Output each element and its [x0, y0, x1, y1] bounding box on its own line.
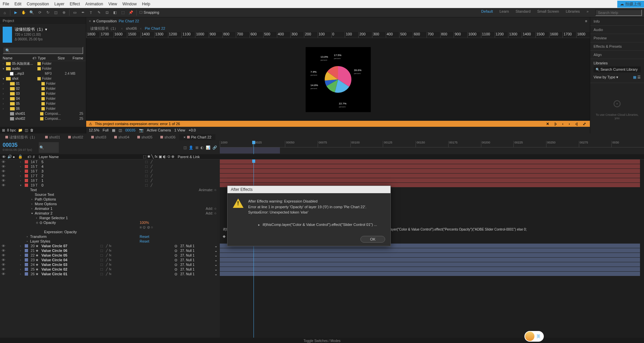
layer-row[interactable]: 👁›21★Value Circle 06⬚ ╱ fx⊙27. Null 1⌄ — [0, 248, 220, 253]
workspace-default[interactable]: Default — [481, 9, 493, 16]
library-search-input[interactable]: 🔍 Search Current Library — [594, 66, 641, 72]
layer-row[interactable]: 👁›16T3⬚ ╱ — [0, 169, 220, 174]
motion-blur-icon[interactable]: ◐ — [200, 145, 204, 150]
audio-panel[interactable]: Audio — [590, 26, 644, 34]
grid-view-icon[interactable]: ▦ — [633, 75, 636, 79]
error-last-icon[interactable]: ›| — [574, 122, 579, 126]
timeline-tab[interactable]: shot04 — [110, 134, 133, 140]
frame-blend-icon[interactable]: ⊞ — [195, 145, 198, 150]
interpret-icon[interactable]: ⊞ — [2, 128, 5, 132]
timeline-tab[interactable]: shot06 — [156, 134, 179, 140]
menu-window[interactable]: Window — [122, 2, 137, 6]
layer-row[interactable]: 👁›26★Value Circle 01⬚ ╱ fx⊙27. Null 1⌄ — [0, 272, 220, 276]
layer-row[interactable]: 👁›23★Value Circle 04⬚ ╱ fx⊙27. Null 1⌄ — [0, 258, 220, 262]
marker-icon[interactable]: 🔗 — [212, 145, 217, 150]
roto-tool-icon[interactable]: ⬚ — [120, 10, 126, 15]
timeline-tab[interactable]: shot01 — [41, 134, 64, 140]
hand-tool-icon[interactable]: ✋ — [21, 10, 26, 15]
camera-tool-icon[interactable]: ◫ — [53, 10, 58, 15]
text-tool-icon[interactable]: T — [88, 10, 94, 15]
property-row[interactable]: Expression: Opacity — [0, 230, 220, 234]
effects-panel[interactable]: Effects & Presets — [590, 42, 644, 51]
workspace-learn[interactable]: Learn — [499, 9, 509, 16]
eraser-tool-icon[interactable]: ◧ — [112, 10, 118, 15]
project-row[interactable]: ...mp3MP32.4 MB — [0, 71, 86, 76]
work-area-bar[interactable] — [220, 147, 280, 153]
view-by-dropdown[interactable]: View by Type ▾ — [594, 75, 618, 79]
project-row[interactable]: ›04Folder — [0, 96, 86, 101]
layer-row[interactable]: 👁›20★Value Circle 07⬚ ╱ fx⊙27. Null 1⌄ — [0, 244, 220, 248]
menu-view[interactable]: View — [109, 2, 117, 6]
project-row[interactable]: ›03Folder — [0, 91, 86, 96]
orbit-tool-icon[interactable]: ⟳ — [37, 10, 42, 15]
graph-icon[interactable]: 📊 — [206, 145, 210, 150]
layer-row[interactable]: 👁›25★Value Circle 02⬚ ╱ fx⊙27. Null 1⌄ — [0, 267, 220, 272]
project-row[interactable]: ▾audioFolder — [0, 66, 86, 71]
workspace-standard[interactable]: Standard — [516, 9, 531, 16]
project-row[interactable]: shot02Composi...25 — [0, 116, 86, 121]
property-row[interactable]: ≡ ⊙ ⊘ ○ — [0, 225, 220, 230]
project-tree[interactable]: ›05-风险因素...Folder▾audioFolder...mp3MP32.… — [0, 61, 86, 127]
playhead[interactable] — [254, 141, 254, 154]
timeline-search-input[interactable] — [39, 142, 59, 153]
property-row[interactable]: Source Text — [0, 192, 220, 197]
rotate-tool-icon[interactable]: ↻ — [45, 10, 50, 15]
error-close-icon[interactable]: ✕ — [545, 122, 550, 126]
shy-icon[interactable]: 👤 — [189, 145, 193, 150]
property-row[interactable]: ›More Options — [0, 202, 220, 206]
layer-row[interactable]: 👁▾19T0⬚ ╱ — [0, 183, 220, 188]
bpc-toggle[interactable]: 8 bpc — [7, 128, 16, 132]
timeline-tab[interactable]: shot05 — [133, 134, 156, 140]
project-row[interactable]: ›05Folder — [0, 101, 86, 106]
property-row[interactable]: ›Animator 1Add: ○ — [0, 206, 220, 211]
error-next-icon[interactable]: › — [568, 122, 572, 126]
project-row[interactable]: ›06Folder — [0, 106, 86, 111]
crumb-2[interactable]: Pie Chart 22 — [145, 26, 165, 30]
menu-file[interactable]: File — [3, 2, 9, 6]
layer-row[interactable]: 👁›15T4⬚ ╱ — [0, 164, 220, 169]
property-row[interactable]: ›TransformReset — [0, 234, 220, 239]
list-view-icon[interactable]: ☰ — [637, 75, 641, 79]
project-row[interactable]: ▾shotFolder — [0, 76, 86, 81]
new-comp-icon[interactable]: ◫ — [25, 128, 28, 132]
pen-tool-icon[interactable]: ✒ — [80, 10, 86, 15]
crumb-0[interactable]: 读懂招股书（1） — [90, 26, 118, 31]
timecode[interactable]: 00035 — [3, 142, 32, 148]
comp-tab-name[interactable]: Pie Chart 22 — [119, 19, 139, 23]
grid-icon[interactable]: ▦ — [112, 128, 115, 132]
puppet-tool-icon[interactable]: 📌 — [128, 10, 134, 15]
timeline-tab[interactable]: shot02 — [64, 134, 87, 140]
property-row[interactable]: ›Range Selector 1 — [0, 216, 220, 220]
zoom-tool-icon[interactable]: 🔍 — [29, 10, 34, 15]
view-dropdown[interactable]: 1 View — [174, 128, 185, 132]
stamp-tool-icon[interactable]: ⊡ — [104, 10, 110, 15]
snapping-toggle[interactable]: ☐ Snapping — [139, 10, 159, 15]
layer-row[interactable]: 👁›22★Value Circle 05⬚ ╱ fx⊙27. Null 1⌄ — [0, 253, 220, 258]
timeline-footer[interactable]: Toggle Switches / Modes — [0, 338, 644, 343]
anchor-tool-icon[interactable]: ⊕ — [61, 10, 66, 15]
workspace-libraries[interactable]: Libraries — [566, 9, 580, 16]
property-row[interactable]: ▾Animator 2Add: ○ — [0, 211, 220, 216]
tab-menu-icon[interactable]: ≡ — [585, 19, 587, 23]
ok-button[interactable]: OK — [360, 236, 385, 243]
mask-icon[interactable]: ◫ — [119, 128, 122, 132]
home-icon[interactable]: ⌂ — [2, 10, 7, 15]
comp-mini-icon[interactable]: ◫ — [183, 145, 187, 150]
layer-row[interactable]: 👁›17T2⬚ ╱ — [0, 174, 220, 178]
timeline-tab[interactable]: 读懂招股书（1） — [1, 134, 41, 141]
menu-composition[interactable]: Composition — [27, 2, 49, 6]
close-tab-icon[interactable]: × — [89, 19, 91, 23]
chat-bubble[interactable]: 英 — [524, 331, 544, 342]
menu-effect[interactable]: Effect — [70, 2, 80, 6]
zoom-dropdown[interactable]: 12.5% — [89, 128, 99, 132]
libraries-panel[interactable]: Libraries 🔍 Search Current Library View … — [590, 59, 644, 83]
project-tab[interactable]: Project — [0, 17, 86, 24]
project-title[interactable]: 读懂招股书（1）▾ — [15, 27, 83, 32]
error-prev-icon[interactable]: ‹ — [561, 122, 565, 126]
timeline-tab[interactable]: × Pie Chart 22 — [179, 134, 215, 140]
search-help-input[interactable] — [595, 9, 642, 16]
shape-tool-icon[interactable]: ▭ — [72, 10, 77, 15]
workspace-more-icon[interactable]: » — [587, 9, 589, 16]
workspace-smallscreen[interactable]: Small Screen — [537, 9, 559, 16]
property-row[interactable]: ◇⊙ Opacity100% — [0, 220, 220, 225]
